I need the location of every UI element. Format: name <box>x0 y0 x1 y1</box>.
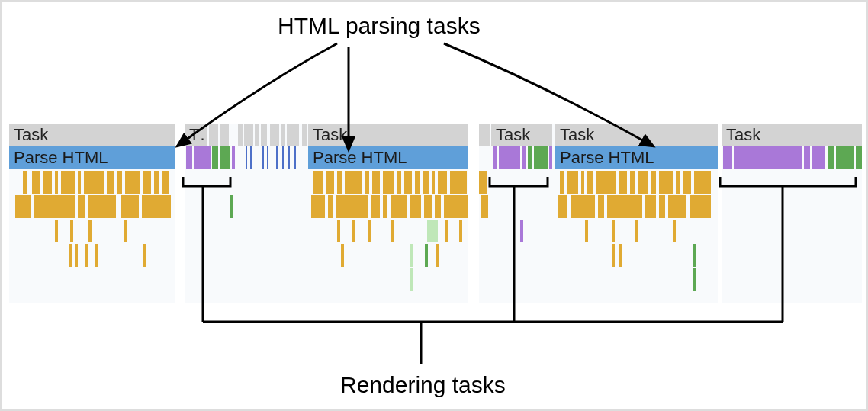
task-block: Task <box>9 124 183 146</box>
subtask-bar <box>424 195 432 218</box>
subtask-bar <box>34 195 75 218</box>
render-detail-bar <box>828 146 834 169</box>
subtask-bar <box>619 171 627 194</box>
subtask-bar <box>587 171 593 194</box>
subtask-bar <box>78 171 81 194</box>
subtask-bar <box>445 220 448 242</box>
subtask-bar <box>341 244 344 267</box>
subtask-bar <box>124 220 127 242</box>
subtask-bar <box>635 220 638 242</box>
subtask-bar <box>607 195 642 218</box>
subtask-row-4 <box>9 244 862 267</box>
render-detail-bar <box>812 146 825 169</box>
subtask-bar <box>450 171 467 194</box>
subtask-bar <box>581 171 584 194</box>
task-block: Task <box>308 124 490 146</box>
gap-frame <box>468 119 479 306</box>
subtask-bar <box>651 171 656 194</box>
subtask-bar <box>630 171 635 194</box>
subtask-bar <box>69 244 72 267</box>
subtask-bar <box>659 171 673 194</box>
task-sliver <box>261 124 267 146</box>
parse-row: Parse HTMLParse HTMLParse HTML <box>9 146 862 169</box>
subtask-bar <box>694 171 711 194</box>
subtask-bar <box>596 171 616 194</box>
thin-detail-bar <box>250 146 252 169</box>
task-block: T… <box>185 124 207 146</box>
subtask-bar <box>311 195 325 218</box>
subtask-bar <box>645 195 656 218</box>
task-sliver <box>214 124 218 146</box>
subtask-bar-misc <box>230 195 233 218</box>
subtask-bar <box>55 171 58 194</box>
subtask-row-5 <box>9 268 862 291</box>
parse-html-block: Parse HTML <box>9 146 175 169</box>
thin-detail-bar <box>282 146 284 169</box>
task-sliver <box>244 124 253 146</box>
subtask-bar-misc <box>410 268 413 291</box>
subtask-bar <box>336 195 368 218</box>
subtask-bar <box>567 171 578 194</box>
thin-detail-bar <box>294 146 296 169</box>
subtask-bar <box>75 244 78 267</box>
subtask-bar <box>436 244 439 267</box>
subtask-bar <box>585 220 588 242</box>
render-detail-bar <box>499 146 520 169</box>
task-sliver <box>255 124 259 146</box>
subtask-row-3 <box>9 220 862 242</box>
subtask-bar-misc <box>693 268 696 291</box>
subtask-bar <box>121 195 139 218</box>
subtask-bar <box>154 171 159 194</box>
thin-detail-bar <box>267 146 268 169</box>
subtask-bar <box>638 171 648 194</box>
render-detail-bar <box>194 146 211 169</box>
subtask-bar <box>32 171 40 194</box>
parse-html-block: Parse HTML <box>308 146 468 169</box>
subtask-bar <box>352 220 355 242</box>
render-detail-bar <box>723 146 732 169</box>
subtask-bar <box>659 195 665 218</box>
subtask-bar <box>371 195 380 218</box>
subtask-bar <box>15 195 31 218</box>
subtask-bar <box>313 171 323 194</box>
render-detail-bar <box>534 146 548 169</box>
subtask-bar <box>337 220 340 242</box>
subtask-bar <box>85 244 88 267</box>
gap-frame <box>175 119 185 306</box>
parse-html-block: Parse HTML <box>555 146 718 169</box>
subtask-bar <box>619 244 622 267</box>
render-detail-bar <box>836 146 854 169</box>
subtask-bar <box>383 171 394 194</box>
subtask-bar <box>365 171 369 194</box>
subtask-bar <box>61 171 75 194</box>
render-detail-bar <box>856 146 862 169</box>
subtask-bar <box>55 220 58 242</box>
subtask-bar <box>391 195 407 218</box>
task-sliver <box>291 124 299 146</box>
subtask-bar <box>143 171 151 194</box>
subtask-bar <box>612 220 615 242</box>
subtask-bar-misc <box>425 244 428 267</box>
render-detail-bar <box>522 146 526 169</box>
subtask-bar-misc <box>520 220 523 242</box>
subtask-bar <box>383 195 387 218</box>
subtask-bar <box>438 171 447 194</box>
subtask-bar <box>571 195 595 218</box>
render-detail-bar <box>734 146 802 169</box>
subtask-bar <box>84 171 104 194</box>
subtask-bar <box>673 220 676 242</box>
subtask-bar <box>95 244 98 267</box>
task-sliver <box>302 124 307 146</box>
thin-detail-bar <box>246 146 247 169</box>
task-sliver <box>224 124 229 146</box>
subtask-bar-misc <box>693 244 696 267</box>
thin-detail-bar <box>276 146 278 169</box>
subtask-bar <box>415 171 420 194</box>
subtask-bar <box>423 171 429 194</box>
render-detail-bar <box>220 146 230 169</box>
task-block: Task <box>722 124 862 146</box>
subtask-bar <box>142 195 171 218</box>
subtask-bar <box>78 195 85 218</box>
subtask-bar <box>391 220 394 242</box>
render-detail-bar <box>186 146 192 169</box>
